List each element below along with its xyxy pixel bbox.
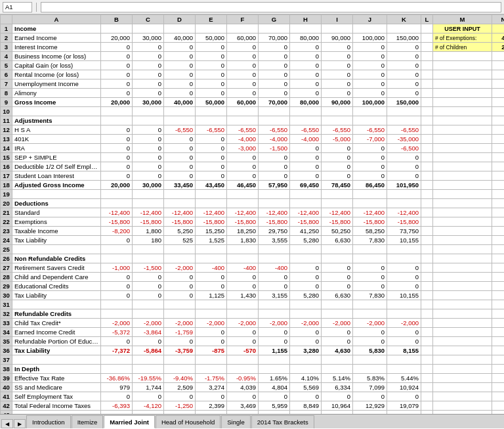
cell-C-29[interactable]: 0: [133, 282, 164, 291]
cell-H-33[interactable]: -2,000: [290, 319, 322, 328]
cell-F-34[interactable]: 0: [227, 328, 259, 337]
cell-C-18[interactable]: 30,000: [133, 181, 164, 190]
cell-K-20[interactable]: [387, 199, 421, 208]
cell-I-32[interactable]: [322, 309, 353, 319]
cell-E-39[interactable]: -1.75%: [196, 374, 227, 383]
cell-G-29[interactable]: 0: [259, 282, 290, 291]
cell-D-18[interactable]: 33,450: [164, 181, 196, 190]
cell-H-7[interactable]: 0: [290, 79, 322, 89]
tab-next-btn[interactable]: ▶: [14, 419, 26, 428]
cell-B-29[interactable]: 0: [101, 282, 133, 291]
cell-K-33[interactable]: -2,000: [387, 319, 421, 328]
col-header-g[interactable]: G: [259, 15, 290, 24]
cell-B-10[interactable]: [101, 107, 133, 116]
cell-G-2[interactable]: 70,000: [259, 34, 290, 43]
cell-K-34[interactable]: 0: [387, 328, 421, 337]
cell-C-4[interactable]: 0: [133, 52, 164, 61]
cell-C-16[interactable]: 0: [133, 162, 164, 171]
cell-B-5[interactable]: 0: [101, 61, 133, 70]
cell-G-13[interactable]: -4,000: [259, 135, 290, 144]
cell-a-19[interactable]: [12, 190, 101, 199]
cell-F-38[interactable]: [227, 365, 259, 374]
cell-K-37[interactable]: [387, 355, 421, 365]
tab-married-joint[interactable]: Married Joint: [104, 415, 155, 428]
cell-I-24[interactable]: 6,630: [322, 236, 353, 245]
cell-C-25[interactable]: [133, 245, 164, 254]
cell-E-31[interactable]: [196, 300, 227, 309]
cell-C-36[interactable]: -5,864: [133, 346, 164, 355]
cell-E-6[interactable]: 0: [196, 70, 227, 79]
cell-D-32[interactable]: [164, 309, 196, 319]
cell-I-2[interactable]: 90,000: [322, 34, 353, 43]
cell-J-22[interactable]: -15,800: [353, 217, 387, 227]
cell-F-12[interactable]: -6,550: [227, 125, 259, 135]
cell-C-21[interactable]: -12,400: [133, 208, 164, 217]
cell-E-16[interactable]: 0: [196, 162, 227, 171]
cell-G-27[interactable]: -400: [259, 263, 290, 273]
cell-E-41[interactable]: 0: [196, 392, 227, 401]
cell-H-8[interactable]: 0: [290, 89, 322, 98]
cell-K-9[interactable]: 150,000: [387, 98, 421, 107]
cell-C-10[interactable]: [133, 107, 164, 116]
cell-B-1[interactable]: [101, 24, 133, 34]
cell-B-7[interactable]: 0: [101, 79, 133, 89]
cell-E-38[interactable]: [196, 365, 227, 374]
cell-J-3[interactable]: 0: [353, 43, 387, 52]
cell-E-9[interactable]: 50,000: [196, 98, 227, 107]
cell-K-13[interactable]: -35,000: [387, 135, 421, 144]
cell-B-35[interactable]: 0: [101, 337, 133, 346]
cell-C-8[interactable]: 0: [133, 89, 164, 98]
cell-G-4[interactable]: 0: [259, 52, 290, 61]
cell-C-20[interactable]: [133, 199, 164, 208]
cell-J-40[interactable]: 7,099: [353, 383, 387, 392]
cell-H-1[interactable]: [290, 24, 322, 34]
cell-D-23[interactable]: 5,250: [164, 227, 196, 236]
cell-F-18[interactable]: 46,450: [227, 181, 259, 190]
cell-H-22[interactable]: -15,800: [290, 217, 322, 227]
cell-F-25[interactable]: [227, 245, 259, 254]
cell-C-1[interactable]: [133, 24, 164, 34]
cell-H-39[interactable]: 4.10%: [290, 374, 322, 383]
cell-a-32[interactable]: Refundable Credits: [12, 309, 101, 319]
cell-E-11[interactable]: [196, 116, 227, 125]
cell-a-16[interactable]: Deductible 1/2 Of Self Employment Tax: [12, 162, 101, 171]
col-header-e[interactable]: E: [196, 15, 227, 24]
cell-F-9[interactable]: 60,000: [227, 98, 259, 107]
cell-H-30[interactable]: 5,280: [290, 291, 322, 300]
cell-J-23[interactable]: 58,250: [353, 227, 387, 236]
cell-J-41[interactable]: 0: [353, 392, 387, 401]
cell-D-22[interactable]: -15,800: [164, 217, 196, 227]
cell-G-23[interactable]: 29,750: [259, 227, 290, 236]
cell-I-22[interactable]: -15,800: [322, 217, 353, 227]
cell-J-36[interactable]: 5,830: [353, 346, 387, 355]
cell-I-15[interactable]: 0: [322, 153, 353, 162]
col-header-rn[interactable]: [1, 15, 12, 24]
cell-H-5[interactable]: 0: [290, 61, 322, 70]
cell-K-29[interactable]: 0: [387, 282, 421, 291]
cell-H-17[interactable]: 0: [290, 171, 322, 181]
cell-D-37[interactable]: [164, 355, 196, 365]
cell-B-36[interactable]: -7,372: [101, 346, 133, 355]
cell-K-22[interactable]: -15,800: [387, 217, 421, 227]
cell-E-1[interactable]: [196, 24, 227, 34]
cell-C-39[interactable]: -19.55%: [133, 374, 164, 383]
cell-K-23[interactable]: 73,750: [387, 227, 421, 236]
cell-K-19[interactable]: [387, 190, 421, 199]
cell-I-12[interactable]: -6,550: [322, 125, 353, 135]
cell-D-14[interactable]: 0: [164, 144, 196, 153]
cell-B-26[interactable]: [101, 254, 133, 263]
col-header-d[interactable]: D: [164, 15, 196, 24]
cell-D-33[interactable]: -2,000: [164, 319, 196, 328]
cell-H-35[interactable]: 0: [290, 337, 322, 346]
cell-E-36[interactable]: -875: [196, 346, 227, 355]
cell-K-28[interactable]: 0: [387, 273, 421, 282]
cell-C-12[interactable]: 0: [133, 125, 164, 135]
cell-I-4[interactable]: 0: [322, 52, 353, 61]
cell-B-9[interactable]: 20,000: [101, 98, 133, 107]
cell-E-12[interactable]: -6,550: [196, 125, 227, 135]
cell-J-20[interactable]: [353, 199, 387, 208]
cell-F-32[interactable]: [227, 309, 259, 319]
cell-J-11[interactable]: [353, 116, 387, 125]
cell-E-14[interactable]: 0: [196, 144, 227, 153]
cell-K-14[interactable]: -6,500: [387, 144, 421, 153]
